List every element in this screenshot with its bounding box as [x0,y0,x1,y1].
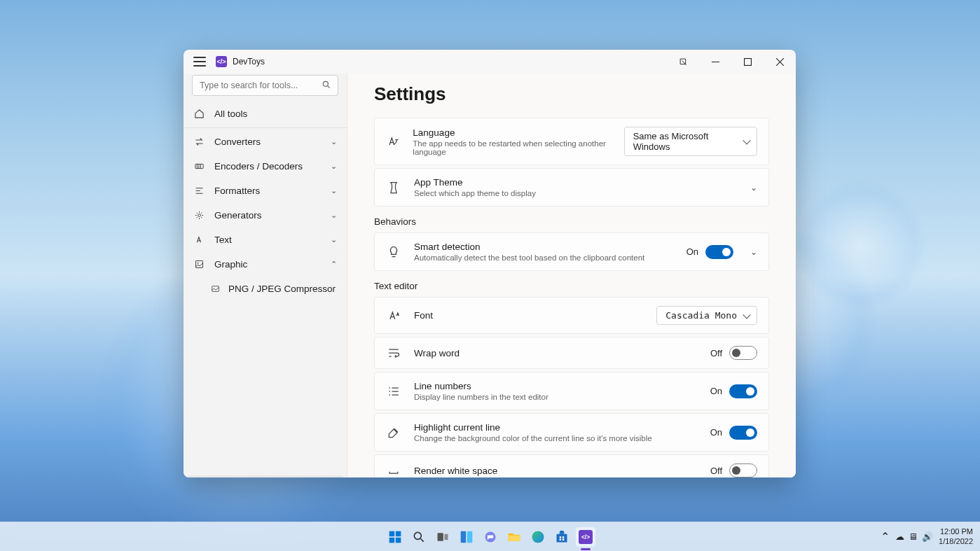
app-title: DevToys [233,57,265,67]
sidebar-item-text[interactable]: Text ⌄ [184,228,347,252]
widgets-button[interactable] [457,527,476,547]
section-texteditor: Text editor [374,281,769,291]
explorer-button[interactable] [504,527,524,547]
setting-highlight-line: Highlight current line Change the backgr… [374,413,769,452]
language-dropdown[interactable]: Same as Microsoft Windows [624,127,757,156]
whitespace-toggle[interactable] [729,463,757,477]
svg-rect-9 [395,531,401,536]
sidebar-item-label: Formatters [214,186,260,196]
wrap-word-toggle[interactable] [729,346,757,360]
desktop-icon[interactable]: 🖥 [909,531,918,542]
svg-rect-13 [437,533,443,541]
setting-title: Highlight current line [414,422,652,433]
taskbar: </> ⌃ ☁ 🖥 🔊 12:00 PM 1/18/2022 [0,522,980,551]
devtoys-taskbar-button[interactable]: </> [576,527,595,547]
sidebar-item-all-tools[interactable]: All tools [184,102,347,126]
sidebar-item-converters[interactable]: Converters ⌄ [184,130,347,154]
svg-rect-16 [467,531,472,543]
globe-icon [386,134,400,148]
setting-title: Wrap word [414,348,460,358]
setting-language: Language The app needs to be restarted w… [374,118,769,165]
svg-point-3 [198,214,200,217]
tray-chevron-icon[interactable]: ⌃ [881,530,890,543]
generate-icon [193,210,205,221]
content-area: Settings Language The app needs to be re… [347,74,796,477]
search-button[interactable] [409,527,429,547]
clock-date: 1/18/2022 [939,537,973,546]
sidebar-item-label: Encoders / Decoders [214,161,303,172]
sidebar-item-settings[interactable]: Settings [186,475,344,477]
setting-desc: Select which app theme to display [414,189,536,197]
setting-desc: Display line numbers in the text editor [414,393,548,401]
chat-button[interactable] [481,527,500,547]
sidebar-item-graphic[interactable]: Graphic ⌃ [184,252,347,277]
section-behaviors: Behaviors [374,216,769,227]
pin-icon [678,57,689,67]
divider [184,127,347,128]
search-input[interactable] [192,75,338,96]
svg-rect-22 [562,536,564,538]
maximize-button[interactable] [731,50,764,74]
svg-rect-14 [444,533,448,539]
graphic-icon [193,259,205,270]
sidebar-item-label: Converters [214,137,261,147]
setting-whitespace: Render white space Off [374,454,769,477]
setting-wrap-word: Wrap word Off [374,337,769,369]
setting-theme[interactable]: App Theme Select which app theme to disp… [374,168,769,207]
cloud-icon[interactable]: ☁ [895,531,904,542]
toggle-state-label: On [686,246,698,257]
setting-desc: Automatically detect the best tool based… [414,253,644,262]
setting-title: Render white space [414,466,497,476]
setting-title: Font [414,310,433,321]
sound-icon[interactable]: 🔊 [922,531,933,542]
svg-rect-11 [395,537,401,543]
sidebar-item-png-compressor[interactable]: PNG / JPEG Compressor [184,277,347,301]
pin-button[interactable] [667,50,699,74]
smart-detection-toggle[interactable] [705,245,733,259]
whitespace-icon [386,463,401,477]
sidebar-item-encoders[interactable]: Encoders / Decoders ⌄ [184,154,347,179]
font-dropdown[interactable]: Cascadia Mono [656,306,757,325]
setting-desc: Change the background color of the curre… [414,434,652,442]
svg-rect-0 [744,58,751,65]
setting-title: Language [413,127,623,138]
svg-rect-15 [460,531,466,543]
line-numbers-toggle[interactable] [729,384,757,398]
highlight-line-toggle[interactable] [729,426,757,440]
setting-font: Font Cascadia Mono [374,297,769,334]
sidebar-item-label: PNG / JPEG Compressor [228,284,336,294]
svg-rect-24 [562,538,564,540]
svg-rect-20 [556,533,567,542]
setting-smart-detection[interactable]: Smart detection Automatically detect the… [374,232,769,271]
start-button[interactable] [385,527,405,547]
home-icon [193,109,205,119]
close-icon [776,58,784,66]
taskview-button[interactable] [433,527,453,547]
toggle-state-label: On [710,386,722,396]
chevron-down-icon: ⌄ [750,183,757,193]
taskbar-apps: </> [385,527,595,547]
encode-icon [193,161,205,172]
image-icon [210,284,220,293]
minimize-icon [712,58,719,66]
store-button[interactable] [552,527,572,547]
setting-title: Smart detection [414,242,644,252]
chevron-down-icon: ⌄ [331,186,337,195]
edge-button[interactable] [528,527,548,547]
menu-toggle-button[interactable] [193,55,206,68]
sidebar-item-label: Text [214,235,232,245]
svg-rect-23 [559,538,561,540]
minimize-button[interactable] [699,50,731,74]
toggle-state-label: Off [710,466,722,476]
clock[interactable]: 12:00 PM 1/18/2022 [939,527,973,545]
sidebar-item-label: All tools [214,109,247,119]
text-icon [193,235,205,245]
svg-text:</>: </> [581,533,589,540]
sidebar-item-generators[interactable]: Generators ⌄ [184,203,347,228]
font-icon [386,309,401,323]
chevron-down-icon: ⌄ [331,137,337,146]
close-button[interactable] [764,50,796,74]
sidebar-item-formatters[interactable]: Formatters ⌄ [184,179,347,203]
svg-rect-21 [559,536,561,538]
format-icon [193,186,205,196]
